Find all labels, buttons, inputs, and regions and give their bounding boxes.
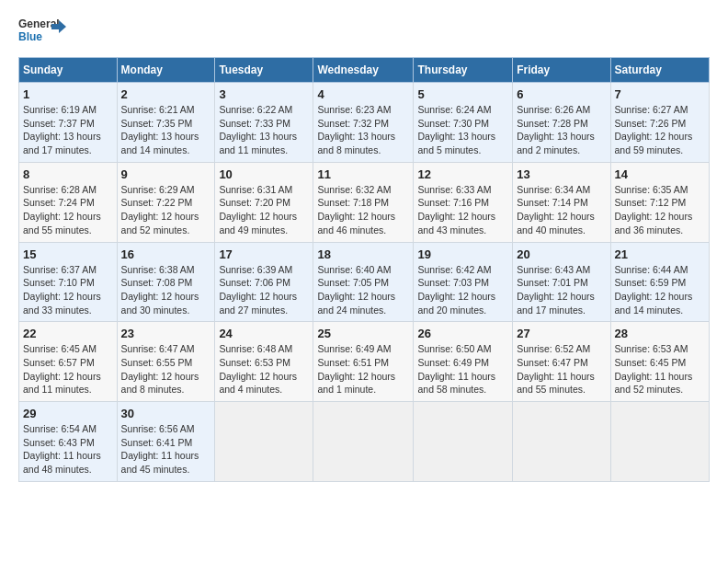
calendar-cell: 21Sunrise: 6:44 AMSunset: 6:59 PMDayligh… [610,242,709,322]
day-info: Sunrise: 6:26 AMSunset: 7:28 PMDaylight:… [517,104,595,155]
day-number: 17 [219,247,309,261]
day-number: 2 [121,87,211,101]
calendar-cell: 11Sunrise: 6:32 AMSunset: 7:18 PMDayligh… [313,162,414,242]
day-info: Sunrise: 6:45 AMSunset: 6:57 PMDaylight:… [23,343,101,395]
calendar-cell: 28Sunrise: 6:53 AMSunset: 6:45 PMDayligh… [610,322,709,402]
day-info: Sunrise: 6:23 AMSunset: 7:32 PMDaylight:… [317,104,395,155]
day-number: 5 [417,87,508,101]
calendar-cell [215,402,313,482]
day-info: Sunrise: 6:54 AMSunset: 6:43 PMDaylight:… [23,423,101,475]
header: General Blue [18,15,710,48]
calendar-cell: 7Sunrise: 6:27 AMSunset: 7:26 PMDaylight… [610,83,709,163]
day-number: 6 [517,87,606,101]
calendar-cell: 18Sunrise: 6:40 AMSunset: 7:05 PMDayligh… [313,242,414,322]
day-number: 10 [219,167,309,181]
day-number: 30 [121,407,211,420]
day-number: 28 [615,327,705,340]
day-info: Sunrise: 6:43 AMSunset: 7:01 PMDaylight:… [517,264,595,316]
calendar-cell: 14Sunrise: 6:35 AMSunset: 7:12 PMDayligh… [610,162,709,242]
day-info: Sunrise: 6:33 AMSunset: 7:16 PMDaylight:… [417,184,495,236]
day-info: Sunrise: 6:38 AMSunset: 7:08 PMDaylight:… [121,264,199,316]
day-info: Sunrise: 6:49 AMSunset: 6:51 PMDaylight:… [317,343,395,395]
day-number: 22 [23,327,113,340]
calendar-cell: 13Sunrise: 6:34 AMSunset: 7:14 PMDayligh… [513,162,610,242]
day-info: Sunrise: 6:39 AMSunset: 7:06 PMDaylight:… [219,264,297,316]
day-number: 27 [517,327,606,340]
day-number: 12 [417,167,508,181]
day-info: Sunrise: 6:52 AMSunset: 6:47 PMDaylight:… [517,343,595,395]
day-number: 1 [23,87,113,101]
svg-text:Blue: Blue [18,30,42,43]
calendar-cell [513,402,610,482]
day-info: Sunrise: 6:22 AMSunset: 7:33 PMDaylight:… [219,104,297,155]
day-number: 29 [23,407,113,420]
calendar-cell: 2Sunrise: 6:21 AMSunset: 7:35 PMDaylight… [117,83,215,163]
day-number: 14 [615,167,705,181]
weekday-header-friday: Friday [513,58,610,83]
calendar-cell: 8Sunrise: 6:28 AMSunset: 7:24 PMDaylight… [19,162,118,242]
calendar-cell [610,402,709,482]
day-info: Sunrise: 6:50 AMSunset: 6:49 PMDaylight:… [417,343,495,395]
calendar-cell: 16Sunrise: 6:38 AMSunset: 7:08 PMDayligh… [117,242,215,322]
logo-svg: General Blue [18,15,66,48]
day-info: Sunrise: 6:48 AMSunset: 6:53 PMDaylight:… [219,343,297,395]
day-number: 13 [517,167,606,181]
day-info: Sunrise: 6:28 AMSunset: 7:24 PMDaylight:… [23,184,101,236]
day-info: Sunrise: 6:37 AMSunset: 7:10 PMDaylight:… [23,264,101,316]
day-info: Sunrise: 6:53 AMSunset: 6:45 PMDaylight:… [615,343,693,395]
calendar-cell: 22Sunrise: 6:45 AMSunset: 6:57 PMDayligh… [19,322,118,402]
weekday-header-tuesday: Tuesday [215,58,313,83]
calendar-cell: 3Sunrise: 6:22 AMSunset: 7:33 PMDaylight… [215,83,313,163]
calendar-cell [414,402,513,482]
calendar-cell: 20Sunrise: 6:43 AMSunset: 7:01 PMDayligh… [513,242,610,322]
calendar-cell: 12Sunrise: 6:33 AMSunset: 7:16 PMDayligh… [414,162,513,242]
weekday-header-wednesday: Wednesday [313,58,414,83]
calendar-cell: 17Sunrise: 6:39 AMSunset: 7:06 PMDayligh… [215,242,313,322]
calendar-cell: 26Sunrise: 6:50 AMSunset: 6:49 PMDayligh… [414,322,513,402]
weekday-header-thursday: Thursday [414,58,513,83]
calendar-cell: 23Sunrise: 6:47 AMSunset: 6:55 PMDayligh… [117,322,215,402]
calendar-table: SundayMondayTuesdayWednesdayThursdayFrid… [18,57,710,482]
day-number: 9 [121,167,211,181]
day-info: Sunrise: 6:44 AMSunset: 6:59 PMDaylight:… [615,264,693,316]
day-info: Sunrise: 6:34 AMSunset: 7:14 PMDaylight:… [517,184,595,236]
day-info: Sunrise: 6:32 AMSunset: 7:18 PMDaylight:… [317,184,395,236]
day-number: 7 [615,87,705,101]
calendar-cell: 19Sunrise: 6:42 AMSunset: 7:03 PMDayligh… [414,242,513,322]
day-info: Sunrise: 6:24 AMSunset: 7:30 PMDaylight:… [417,104,495,155]
calendar-cell: 10Sunrise: 6:31 AMSunset: 7:20 PMDayligh… [215,162,313,242]
day-info: Sunrise: 6:56 AMSunset: 6:41 PMDaylight:… [121,423,199,475]
calendar-cell: 24Sunrise: 6:48 AMSunset: 6:53 PMDayligh… [215,322,313,402]
calendar-cell: 4Sunrise: 6:23 AMSunset: 7:32 PMDaylight… [313,83,414,163]
day-number: 3 [219,87,309,101]
day-number: 18 [317,247,409,261]
calendar-cell: 25Sunrise: 6:49 AMSunset: 6:51 PMDayligh… [313,322,414,402]
calendar-cell: 27Sunrise: 6:52 AMSunset: 6:47 PMDayligh… [513,322,610,402]
day-number: 19 [417,247,508,261]
weekday-header-sunday: Sunday [19,58,118,83]
day-info: Sunrise: 6:35 AMSunset: 7:12 PMDaylight:… [615,184,693,236]
calendar-cell: 30Sunrise: 6:56 AMSunset: 6:41 PMDayligh… [117,402,215,482]
day-number: 16 [121,247,211,261]
day-info: Sunrise: 6:31 AMSunset: 7:20 PMDaylight:… [219,184,297,236]
day-info: Sunrise: 6:21 AMSunset: 7:35 PMDaylight:… [121,104,199,155]
calendar-cell: 15Sunrise: 6:37 AMSunset: 7:10 PMDayligh… [19,242,118,322]
day-number: 21 [615,247,705,261]
day-number: 11 [317,167,409,181]
day-number: 4 [317,87,409,101]
day-number: 24 [219,327,309,340]
day-info: Sunrise: 6:40 AMSunset: 7:05 PMDaylight:… [317,264,395,316]
day-number: 15 [23,247,113,261]
day-info: Sunrise: 6:29 AMSunset: 7:22 PMDaylight:… [121,184,199,236]
calendar-cell: 1Sunrise: 6:19 AMSunset: 7:37 PMDaylight… [19,83,118,163]
weekday-header-monday: Monday [117,58,215,83]
calendar-cell: 5Sunrise: 6:24 AMSunset: 7:30 PMDaylight… [414,83,513,163]
day-number: 26 [417,327,508,340]
calendar-cell [313,402,414,482]
calendar-cell: 6Sunrise: 6:26 AMSunset: 7:28 PMDaylight… [513,83,610,163]
calendar-cell: 29Sunrise: 6:54 AMSunset: 6:43 PMDayligh… [19,402,118,482]
day-number: 20 [517,247,606,261]
day-number: 25 [317,327,409,340]
day-number: 23 [121,327,211,340]
calendar-cell: 9Sunrise: 6:29 AMSunset: 7:22 PMDaylight… [117,162,215,242]
